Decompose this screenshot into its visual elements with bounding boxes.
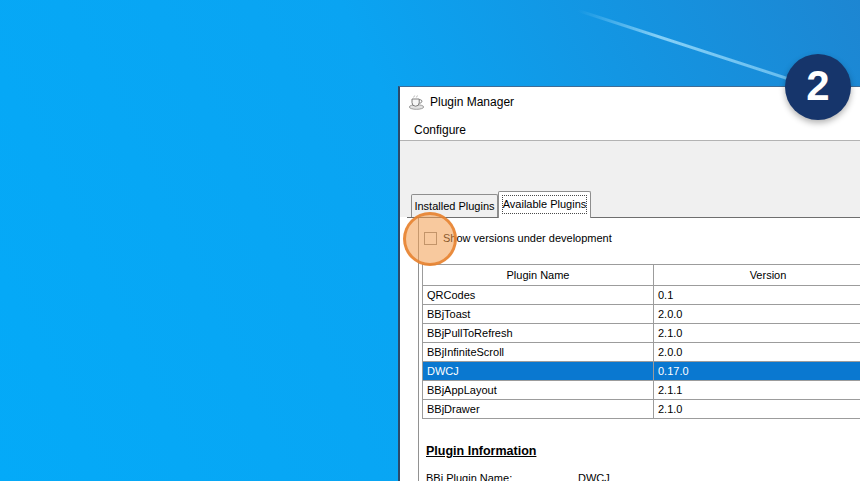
cell-plugin-name[interactable]: BBjPullToRefresh [423,324,654,343]
cell-plugin-name[interactable]: BBjInfiniteScroll [423,343,654,362]
tab-available-plugins[interactable]: Available Plugins [498,191,591,218]
cell-plugin-name[interactable]: BBjAppLayout [423,381,654,400]
table-row[interactable]: QRCodes 0.1 [423,286,860,305]
step-number-badge: 2 [785,54,851,120]
cell-plugin-name[interactable]: QRCodes [423,286,654,305]
table-row[interactable]: BBjPullToRefresh 2.1.0 [423,324,860,343]
table-row-selected[interactable]: DWCJ 0.17.0 [423,362,860,381]
cell-version[interactable]: 2.0.0 [654,305,860,324]
tab-pane-border-top [407,217,860,218]
cell-version[interactable]: 2.1.1 [654,381,860,400]
cell-plugin-name[interactable]: BBjDrawer [423,400,654,419]
cell-plugin-name[interactable]: BBjToast [423,305,654,324]
cell-version[interactable]: 0.1 [654,286,860,305]
coffee-cup-icon [408,94,425,110]
menu-configure[interactable]: Configure [411,122,469,138]
cell-version[interactable]: 0.17.0 [654,362,860,381]
table-header-row: Plugin Name Version [423,265,860,286]
available-plugins-table: Plugin Name Version QRCodes 0.1 BBjToast… [422,264,860,419]
cell-plugin-name[interactable]: DWCJ [423,362,654,381]
table-row[interactable]: BBjDrawer 2.1.0 [423,400,860,419]
column-header-version[interactable]: Version [654,265,860,286]
cell-version[interactable]: 2.1.0 [654,324,860,343]
plugin-manager-window: Plugin Manager Configure Installed Plugi… [398,86,860,481]
table-row[interactable]: BBjAppLayout 2.1.1 [423,381,860,400]
cell-version[interactable]: 2.1.0 [654,400,860,419]
window-title: Plugin Manager [430,95,514,109]
menu-bar: Configure [400,117,860,140]
show-versions-label[interactable]: Show versions under development [443,232,612,245]
table-row[interactable]: BBjToast 2.0.0 [423,305,860,324]
tab-available-plugins-label: Available Plugins [503,198,587,210]
column-header-plugin-name[interactable]: Plugin Name [423,265,654,286]
plugin-name-field-label: BBj Plugin Name: [426,472,512,481]
tutorial-highlight-circle [403,212,457,266]
cell-version[interactable]: 2.0.0 [654,343,860,362]
plugin-name-field-value: DWCJ [578,472,610,481]
table-row[interactable]: BBjInfiniteScroll 2.0.0 [423,343,860,362]
plugin-information-heading: Plugin Information [426,444,536,458]
desktop-background: Plugin Manager Configure Installed Plugi… [0,0,860,481]
